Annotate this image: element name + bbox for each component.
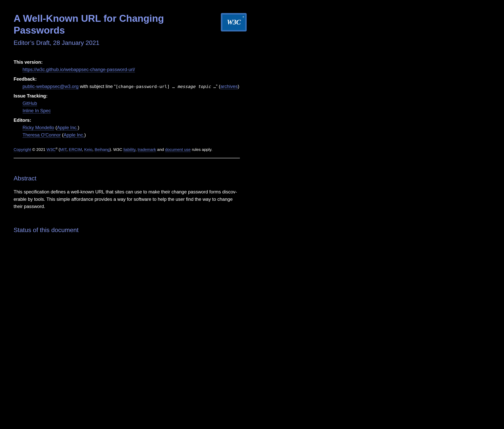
liability-link[interactable]: liability: [123, 147, 135, 152]
ercim-link[interactable]: ERCIM: [69, 147, 82, 152]
section-divider: [14, 158, 240, 158]
feedback-ellipsis1: …: [172, 84, 178, 89]
status-heading: Status of this document: [14, 225, 240, 234]
editor-row: Ricky Mondello (Apple Inc.): [23, 124, 240, 131]
feedback-with-text: with subject line “: [79, 84, 116, 89]
feedback-close-paren: ): [238, 84, 239, 89]
issue-tracking-github-link[interactable]: GitHub: [23, 101, 37, 106]
trademark-link[interactable]: trademark: [138, 147, 156, 152]
spec-metadata: This version: https://w3c.github.io/weba…: [14, 59, 240, 138]
feedback-email-link[interactable]: public-webappsec@w3.org: [23, 84, 79, 89]
editor-name-link[interactable]: Ricky Mondello: [23, 125, 54, 130]
feedback-mono-italic: message topic: [177, 84, 213, 89]
editor-row: Theresa O'Connor (Apple Inc.): [23, 132, 240, 138]
editor-org-link[interactable]: Apple Inc.: [57, 125, 78, 130]
copyright-link[interactable]: Copyright: [14, 147, 31, 152]
beihang-link[interactable]: Beihang: [95, 147, 109, 152]
page-title: A Well-Known URL for Changing Passwords: [14, 13, 176, 36]
abstract-body: This specification defines a well-known …: [14, 188, 240, 210]
copyright-year: © 2021: [31, 147, 47, 152]
editor-name-link[interactable]: Theresa O'Connor: [23, 132, 61, 138]
abstract-heading: Abstract: [14, 174, 240, 183]
keio-link[interactable]: Keio: [84, 147, 92, 152]
w3c-sup: ®: [55, 147, 57, 150]
issue-tracking-inline-link[interactable]: Inline In Spec: [23, 108, 51, 113]
issue-tracking-label: Issue Tracking:: [14, 93, 240, 99]
feedback-close-quote: ” (: [216, 84, 220, 89]
feedback-line: public-webappsec@w3.org with subject lin…: [23, 83, 240, 90]
w3c-logo-text: W3C: [227, 17, 241, 27]
document-use-link[interactable]: document use: [165, 147, 191, 152]
editor-org-link[interactable]: Apple Inc.: [63, 132, 84, 138]
this-version-label: This version:: [14, 59, 240, 66]
feedback-mono-prefix: [change-password-url]: [116, 84, 172, 89]
copyright-line: Copyright © 2021 W3C® (MIT, ERCIM, Keio,…: [14, 147, 240, 152]
w3c-link[interactable]: W3C: [47, 147, 56, 152]
feedback-label: Feedback:: [14, 76, 240, 82]
editors-label: Editors:: [14, 117, 240, 124]
this-version-link[interactable]: https://w3c.github.io/webappsec-change-p…: [23, 67, 135, 72]
open-paren: (: [57, 147, 60, 152]
feedback-ellipsis2: …: [214, 84, 216, 89]
w3c-logo[interactable]: W3C ®: [221, 13, 247, 31]
mit-link[interactable]: MIT: [60, 147, 67, 152]
archives-link[interactable]: archives: [220, 84, 238, 89]
w3c-logo-reg: ®: [243, 16, 244, 19]
page-subtitle: Editor’s Draft, 28 January 2021: [14, 38, 240, 47]
